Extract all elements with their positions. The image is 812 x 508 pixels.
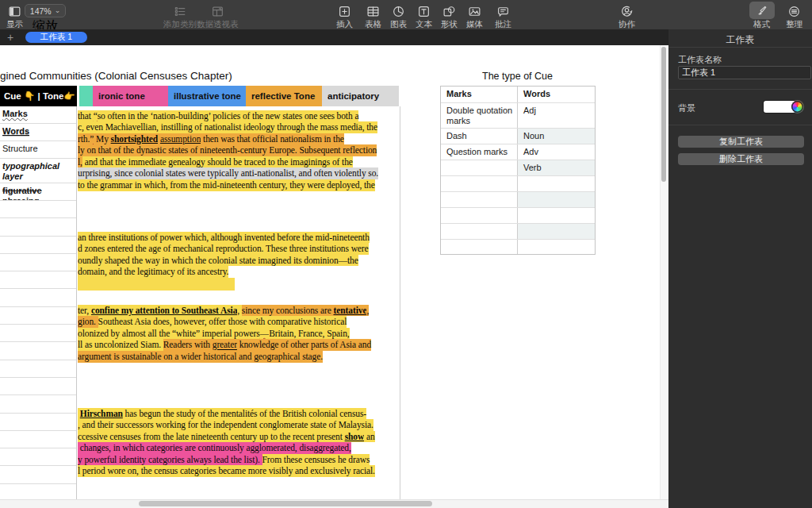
cue-table-cell[interactable] xyxy=(518,224,595,239)
text-line: d zones entered the age of mechanical re… xyxy=(78,244,370,256)
toolbar-item-pivot: 数据透视表 xyxy=(197,4,239,30)
text-segment: an xyxy=(364,431,374,443)
sheet-name-input[interactable] xyxy=(678,66,811,79)
toolbar-item-table[interactable]: 表格 xyxy=(365,4,381,30)
paragraph: ter, confine my attention to Southeast A… xyxy=(78,305,371,363)
background-color-well[interactable] xyxy=(764,100,803,114)
divider xyxy=(668,89,812,90)
format-label: 格式 xyxy=(753,19,770,30)
show-sidebar-button[interactable]: 显示 xyxy=(6,4,23,30)
text-segment: urprising, since colonial states were ty… xyxy=(78,167,378,179)
cue-table-cell[interactable]: Dash xyxy=(441,129,518,144)
text-segment: , xyxy=(237,305,242,317)
row-label-cell[interactable]: typographical layer xyxy=(0,159,76,183)
delete-sheet-button[interactable]: 删除工作表 xyxy=(678,153,804,165)
document-title[interactable]: gined Communities (Colonial Censuses Cha… xyxy=(0,70,232,82)
color-swatch-white[interactable] xyxy=(764,101,795,113)
cue-table-row xyxy=(441,240,595,254)
row-label-cell[interactable]: Structure xyxy=(0,141,76,159)
cue-table-cell[interactable]: Verb xyxy=(518,160,595,175)
duplicate-sheet-button[interactable]: 复制工作表 xyxy=(678,136,804,148)
text-segment: argument is sustainable on a wider histo… xyxy=(78,351,323,363)
main-table-corner-cell[interactable]: Cue 👇 | Tone👉 xyxy=(0,86,77,106)
cue-table-cell[interactable] xyxy=(441,208,518,223)
format-button[interactable]: 格式 xyxy=(753,4,770,30)
empty-rows[interactable] xyxy=(0,201,76,499)
row-label-cell[interactable]: Marks xyxy=(0,106,76,124)
paragraph: that “so often in the ‘nation-building’ … xyxy=(78,110,378,191)
text-line: domain, and the legitimacy of its ancest… xyxy=(78,267,370,279)
arrange-label: 整理 xyxy=(786,19,802,30)
toolbar-item-label: 插入 xyxy=(336,19,353,30)
text-line: oundly shaped the way in which the colon… xyxy=(78,255,370,267)
toolbar-item-text[interactable]: 文本 xyxy=(416,4,432,30)
toolbar-item-comment[interactable]: 批注 xyxy=(495,4,511,30)
toolbar-item-label: 添加类别 xyxy=(163,19,197,30)
text-segment: assumption xyxy=(160,133,201,145)
cue-table-cell[interactable] xyxy=(441,224,518,239)
row-label-cell[interactable]: Words xyxy=(0,124,76,141)
toolbar-item-label: 图表 xyxy=(390,19,407,30)
tone-header-cell[interactable] xyxy=(79,86,93,106)
insert-icon xyxy=(338,4,352,18)
format-brush-icon xyxy=(755,4,769,18)
text-line: gion. Southeast Asia does, however, offe… xyxy=(78,317,371,329)
tone-header-cell[interactable]: ironic tone xyxy=(93,86,168,106)
toolbar-item-chart[interactable]: 图表 xyxy=(390,4,407,30)
toolbar-item-categories: 添加类别 xyxy=(163,4,197,30)
text-line: Hirschman has begun the study of the men… xyxy=(78,408,375,420)
toolbar-item-insert[interactable]: 插入 xyxy=(336,4,353,30)
vertical-scrollbar-thumb[interactable] xyxy=(661,47,666,182)
text-segment: then was that official nationalism in th… xyxy=(201,133,344,145)
tab-sheet-1[interactable]: 工作表 1 xyxy=(25,32,87,43)
cue-table-cell[interactable] xyxy=(518,208,595,223)
cue-table-cell[interactable] xyxy=(518,176,595,191)
color-wheel-icon[interactable] xyxy=(791,101,803,113)
text-line xyxy=(78,278,370,290)
cue-table-cell[interactable] xyxy=(518,192,595,207)
cue-column-header[interactable]: Words xyxy=(518,87,595,102)
tone-header-cell[interactable]: reflective Tone xyxy=(246,86,322,106)
paragraph: an three institutions of power which, al… xyxy=(78,232,370,290)
cue-table-cell[interactable]: Noun xyxy=(518,129,595,144)
text-segment: Hirschman xyxy=(80,408,123,420)
tone-header-cell[interactable]: anticipatory xyxy=(322,86,399,106)
row-label-cell[interactable]: figurative phrasing xyxy=(0,183,76,201)
cue-table-cell[interactable]: Question marks xyxy=(441,144,518,160)
text-line: olonized by almost all the “white” imper… xyxy=(78,328,371,340)
toolbar: 显示 147% ⌄ 缩放 添加类别数据透视表 插入表格图表文本形状媒体批注 协作… xyxy=(0,0,812,29)
cue-table-cell[interactable] xyxy=(441,160,518,175)
show-label: 显示 xyxy=(6,19,23,30)
chart-icon xyxy=(392,4,406,18)
text-segment: knowledge of other parts of Asia and xyxy=(237,339,371,351)
arrange-button[interactable]: 整理 xyxy=(786,4,802,30)
text-line: to the grammar in which, from the mid-ni… xyxy=(78,179,378,191)
cue-table-cell[interactable] xyxy=(518,240,595,254)
cue-table-cell[interactable]: Double quotation marks xyxy=(441,103,518,128)
text-segment: ly on that of the dynastic states of nin… xyxy=(78,144,377,156)
cue-table-title[interactable]: The type of Cue xyxy=(440,71,595,82)
zoom-dropdown[interactable]: 147% ⌄ xyxy=(25,4,66,17)
horizontal-scrollbar-thumb[interactable] xyxy=(139,501,432,506)
cue-table[interactable]: MarksWordsDouble quotation marksAdjDashN… xyxy=(440,86,596,255)
text-segment: so often in the ‘nation-building’ polici… xyxy=(98,110,359,122)
text-line: l period wore on, the census categories … xyxy=(78,466,375,478)
cue-table-cell[interactable] xyxy=(441,176,518,191)
tone-header-cell[interactable]: illustrative tone xyxy=(168,86,246,106)
cue-table-cell[interactable]: Adj xyxy=(518,103,595,128)
text-segment: Readers with xyxy=(163,339,213,351)
collaborate-button[interactable]: 协作 xyxy=(619,4,635,30)
cue-column-header[interactable]: Marks xyxy=(441,87,518,102)
toolbar-item-media[interactable]: 媒体 xyxy=(466,4,483,30)
add-sheet-button[interactable]: + xyxy=(7,30,13,44)
cue-table-row: Verb xyxy=(441,160,595,176)
sheet-name-label: 工作表名称 xyxy=(678,54,722,66)
cue-table-cell[interactable] xyxy=(441,240,518,254)
cue-table-cell[interactable] xyxy=(441,192,518,207)
text-segment: since my conclusions are xyxy=(242,305,334,317)
toolbar-item-shape[interactable]: 形状 xyxy=(441,4,458,30)
cue-table-cell[interactable]: Adv xyxy=(518,144,595,160)
sheet-canvas[interactable]: gined Communities (Colonial Censuses Cha… xyxy=(0,45,668,499)
cue-table-row xyxy=(441,224,595,240)
text-line: ll as uncolonized Siam. Readers with gre… xyxy=(78,340,371,352)
